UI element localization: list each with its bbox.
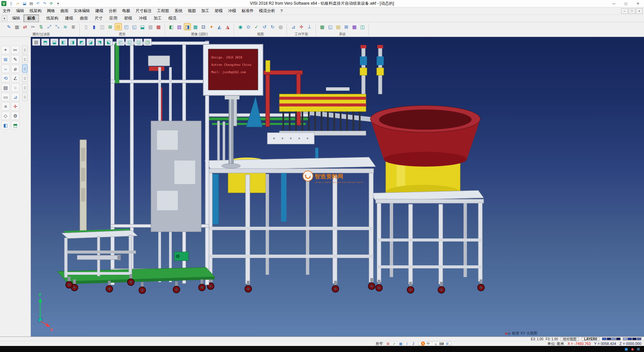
menu-item-1[interactable]: 编辑 xyxy=(13,8,27,14)
menu-item-11[interactable]: 系统 xyxy=(172,8,185,14)
move-icon[interactable]: ⇔ xyxy=(1,64,10,73)
target-icon[interactable]: ◉ xyxy=(237,23,244,30)
shade-left-icon[interactable]: ◧ xyxy=(168,23,175,30)
redo-icon[interactable]: ↷ xyxy=(42,1,48,7)
menu-item-12[interactable]: 视图 xyxy=(185,8,199,14)
menu-item-8[interactable]: 电极 xyxy=(119,8,133,14)
triangle-icon[interactable]: ⊿ xyxy=(11,93,19,101)
shade-icon[interactable]: ⬒ xyxy=(11,121,19,129)
ime-punct-icon[interactable]: ’ xyxy=(432,342,432,346)
half-square-icon[interactable]: ⬓ xyxy=(139,23,146,30)
menu-item-5[interactable]: 实体编辑 xyxy=(71,8,93,14)
sheet-icon[interactable]: ▯ xyxy=(83,23,90,30)
menu-item-15[interactable]: 冲模 xyxy=(225,8,239,14)
window-tool-icon[interactable]: ⊞ xyxy=(385,342,390,346)
overlay-dot-red-icon[interactable]: ◉ xyxy=(505,332,508,335)
open-file-icon[interactable]: ▱ xyxy=(15,1,21,7)
layer-color-swatch[interactable] xyxy=(611,338,616,340)
corner-bl-icon[interactable]: ◱ xyxy=(131,23,138,30)
menu-item-4[interactable]: 曲面 xyxy=(58,8,71,14)
menu-item-10[interactable]: 工程图 xyxy=(154,8,172,14)
mdi-close-icon[interactable]: × xyxy=(636,8,643,14)
menu-item-9[interactable]: 尺寸标注 xyxy=(133,8,154,14)
trim-icon[interactable]: ✂ xyxy=(30,23,37,30)
view-axon-icon[interactable]: ⬕ xyxy=(105,39,113,46)
hatch-grid-icon[interactable]: ▦ xyxy=(155,23,162,30)
tab-4[interactable]: 曲面 xyxy=(76,15,91,22)
list-icon[interactable]: ≣ xyxy=(70,23,77,30)
view-list-icon[interactable]: ▤ xyxy=(32,39,40,46)
ime-lang-icon[interactable]: 中 xyxy=(427,341,430,346)
plane-icon[interactable]: ◧ xyxy=(1,121,10,129)
new-file-icon[interactable]: ▯ xyxy=(8,1,14,7)
mini-tool-3-icon[interactable]: ▯ xyxy=(22,64,28,73)
box-icon[interactable]: ▭ xyxy=(1,93,10,101)
ime-toolbox-icon[interactable]: ⊞ xyxy=(446,342,448,346)
quick-access-caret-icon[interactable]: ▾ xyxy=(55,1,61,7)
select-icon[interactable]: ⌖ xyxy=(1,46,10,54)
shrink-icon[interactable]: ⤡ xyxy=(54,23,61,30)
sketch-icon[interactable]: ✎ xyxy=(11,55,19,63)
tab-3[interactable]: 建模 xyxy=(62,15,76,22)
ime-keyboard-icon[interactable]: ⌨ xyxy=(439,342,444,346)
view-right-icon[interactable]: ◪ xyxy=(87,39,95,46)
print-icon[interactable]: ▤ xyxy=(28,1,34,7)
overlay-dot-gray-icon[interactable]: ◎ xyxy=(508,332,511,335)
plane-perp-icon[interactable]: ⟂ xyxy=(306,23,313,30)
layer-color-swatch[interactable] xyxy=(623,338,627,340)
lock-label[interactable]: 拴牢 xyxy=(376,341,383,346)
system-hatch-icon[interactable]: ▩ xyxy=(351,23,358,30)
menu-item-6[interactable]: 建模 xyxy=(93,8,106,14)
check-tool-icon[interactable]: ✓ xyxy=(392,342,397,346)
mdi-restore-icon[interactable]: □ xyxy=(629,8,635,14)
view-left-icon[interactable]: ◩ xyxy=(77,39,86,46)
circle-view-icon[interactable]: ◎ xyxy=(277,23,284,30)
mini-tool-5-icon[interactable]: ▯ xyxy=(22,83,28,91)
menu-item-2[interactable]: 线架构 xyxy=(27,8,44,14)
menu-item-18[interactable]: ? xyxy=(278,9,285,13)
tab-0[interactable]: 编辑 xyxy=(9,15,23,22)
view-shaded-icon[interactable]: ◳ xyxy=(144,39,152,46)
hatch-cross-icon[interactable]: ▩ xyxy=(192,23,199,30)
layers-icon[interactable]: ▤ xyxy=(1,83,10,92)
sphere-icon[interactable]: ○ xyxy=(11,83,19,92)
view-zoom-icon[interactable]: ◲ xyxy=(135,39,143,46)
add-icon[interactable]: ✛ xyxy=(11,102,19,111)
rotate-icon[interactable]: ⟲ xyxy=(1,74,10,82)
split-view-icon[interactable]: ◫ xyxy=(99,23,106,30)
expand-icon[interactable]: ⤢ xyxy=(46,23,53,30)
grid-remove-icon[interactable]: ⊟ xyxy=(115,23,122,30)
layer-color-swatch[interactable] xyxy=(628,338,632,340)
taskbar-app2-icon[interactable]: ◆ xyxy=(631,347,634,351)
grid-icon[interactable]: ⊞ xyxy=(1,55,10,63)
plane-cross-icon[interactable]: ✛ xyxy=(298,23,305,30)
tab-1[interactable]: 标准 xyxy=(23,14,39,22)
view-front-icon[interactable]: ◧ xyxy=(59,39,67,46)
corner-tl-icon[interactable]: ◰ xyxy=(123,23,130,30)
viewport-3d[interactable]: ▤⬒⬓◧◨◩◪⬔⬕◰◱◲◳ xyxy=(31,37,644,337)
maximize-button[interactable]: □ xyxy=(620,0,632,7)
taskbar-app1-icon[interactable]: ▣ xyxy=(625,347,628,351)
settings-icon[interactable]: ⚙ xyxy=(11,112,19,120)
hatch-diag-icon[interactable]: ▨ xyxy=(176,23,183,30)
mini-tool-4-icon[interactable]: ▯ xyxy=(22,74,28,82)
layer-color-swatch[interactable] xyxy=(637,338,641,340)
view-rotate-icon[interactable]: ◰ xyxy=(116,39,124,46)
diameter-icon[interactable]: ⌀ xyxy=(11,64,19,73)
shade-right-icon[interactable]: ◨ xyxy=(184,23,191,30)
refresh-icon[interactable]: ⟳ xyxy=(48,1,54,7)
tab-2[interactable]: 线架构 xyxy=(43,15,62,22)
check-view-icon[interactable]: ✓ xyxy=(253,23,260,30)
sort-icon[interactable]: ⇅ xyxy=(38,23,45,30)
rotate-cw-icon[interactable]: ↻ xyxy=(269,23,276,30)
mini-tool-2-icon[interactable]: ▯ xyxy=(22,55,28,63)
rotate-ccw-icon[interactable]: ↺ xyxy=(261,23,268,30)
grid-add-icon[interactable]: ⊞ xyxy=(107,23,114,30)
sparkle-icon[interactable]: ✦ xyxy=(208,23,215,30)
properties-icon[interactable]: ✎ xyxy=(5,23,12,30)
system-plus-icon[interactable]: ⊞ xyxy=(343,23,350,30)
mini-tool-6-icon[interactable]: ▯ xyxy=(22,93,28,101)
tab-8[interactable]: 冲模 xyxy=(136,15,150,22)
tab-5[interactable]: 尺寸 xyxy=(91,15,106,22)
view-check-overlay[interactable]: ◉◎ 检查 XY 大视图 xyxy=(505,331,537,336)
